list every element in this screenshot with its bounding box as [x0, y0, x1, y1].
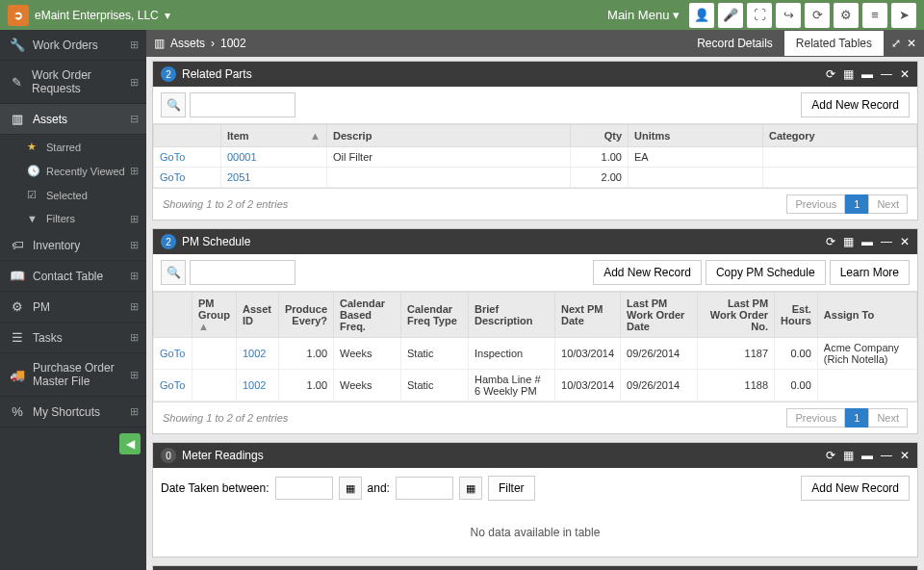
next-button[interactable]: Next [868, 408, 908, 428]
send-icon[interactable]: ➤ [891, 3, 916, 28]
sidebar-item-assets[interactable]: ▥Assets⊟ [0, 104, 146, 135]
minimize-icon[interactable]: — [881, 449, 892, 462]
learn-more-button[interactable]: Learn More [830, 260, 910, 285]
table-row[interactable]: GoTo20512.00 [154, 168, 917, 188]
page-1[interactable]: 1 [845, 408, 868, 428]
refresh-icon[interactable]: ⟳ [805, 3, 830, 28]
prev-button[interactable]: Previous [786, 194, 845, 214]
plus-icon[interactable]: ⊞ [130, 239, 139, 251]
col-descrip[interactable]: Descrip [327, 125, 571, 147]
sidebar-item-tasks[interactable]: ☰Tasks⊞ [0, 323, 146, 353]
close-icon[interactable]: ✕ [900, 449, 910, 462]
table-row[interactable]: GoTo10021.00WeeksStaticHamba Line # 6 We… [154, 370, 917, 402]
col-goto[interactable] [154, 125, 221, 147]
col-qty[interactable]: Qty [571, 125, 629, 147]
plus-icon[interactable]: ⊞ [130, 165, 139, 177]
calendar-icon[interactable]: ▦ [339, 477, 362, 500]
date-from-input[interactable] [275, 477, 333, 500]
minimize-icon[interactable]: — [881, 235, 892, 248]
plus-icon[interactable]: ⊞ [130, 300, 139, 313]
columns-icon[interactable]: ▦ [843, 235, 854, 248]
chevron-down-icon[interactable]: ▾ [165, 9, 170, 22]
plus-icon[interactable]: ⊞ [130, 270, 139, 282]
user-icon[interactable]: 👤 [689, 3, 714, 28]
add-record-button[interactable]: Add New Record [801, 92, 910, 117]
columns-icon[interactable]: ▦ [843, 67, 854, 81]
next-button[interactable]: Next [868, 194, 908, 214]
org-name[interactable]: eMaint Enterprises, LLC [35, 9, 159, 22]
window-icon[interactable]: ▬ [861, 67, 873, 81]
logo[interactable]: ➲ [8, 5, 29, 26]
col-assetid[interactable]: Asset ID [237, 293, 279, 338]
date-to-input[interactable] [396, 477, 453, 500]
sidebar-item-inventory[interactable]: 🏷Inventory⊞ [0, 230, 146, 261]
close-icon[interactable]: ✕ [900, 67, 910, 81]
plus-icon[interactable]: ⊞ [130, 331, 139, 344]
prev-button[interactable]: Previous [786, 408, 845, 428]
logout-icon[interactable]: ↪ [776, 3, 801, 28]
plus-icon[interactable]: ⊞ [130, 39, 139, 51]
col-nextpm[interactable]: Next PM Date [555, 293, 621, 338]
columns-icon[interactable]: ▦ [843, 449, 854, 462]
col-lastpmdate[interactable]: Last PM Work Order Date [621, 293, 698, 338]
sidebar-sub-starred[interactable]: ★Starred [0, 135, 146, 159]
close-icon[interactable]: ✕ [907, 37, 916, 50]
col-calfreq[interactable]: Calendar Based Freq. [334, 293, 401, 338]
search-icon[interactable]: 🔍 [161, 92, 186, 117]
filter-button[interactable]: Filter [488, 476, 535, 501]
search-input[interactable] [190, 92, 295, 117]
sidebar-sub-selected[interactable]: ☑Selected [0, 183, 146, 207]
expand-icon[interactable]: ⛶ [747, 3, 772, 28]
col-assign[interactable]: Assign To [817, 293, 916, 338]
col-unitms[interactable]: Unitms [629, 125, 763, 147]
sidebar-item-workorders[interactable]: 🔧Work Orders⊞ [0, 30, 146, 61]
tab-record-details[interactable]: Record Details [685, 31, 784, 56]
col-pmgroup[interactable]: PM Group ▲ [192, 293, 237, 338]
crumb-root[interactable]: Assets [170, 37, 205, 50]
window-icon[interactable]: ▬ [861, 449, 873, 462]
refresh-icon[interactable]: ⟳ [826, 67, 835, 81]
minimize-icon[interactable]: — [881, 67, 892, 81]
main-menu[interactable]: Main Menu ▾ [607, 8, 680, 22]
sidebar-sub-recentlyviewed[interactable]: 🕓Recently Viewed⊞ [0, 159, 146, 183]
col-esthours[interactable]: Est. Hours [775, 293, 818, 338]
col-every[interactable]: Produce Every? [279, 293, 334, 338]
close-icon[interactable]: ✕ [900, 235, 910, 248]
col-goto[interactable] [154, 293, 192, 338]
filter-row: Date Taken between: ▦ and: ▦ Filter Add … [153, 468, 917, 508]
refresh-icon[interactable]: ⟳ [826, 235, 835, 248]
list-icon[interactable]: ≡ [862, 3, 887, 28]
plus-icon[interactable]: ⊞ [130, 369, 139, 381]
minus-icon[interactable]: ⊟ [130, 113, 139, 125]
search-input[interactable] [190, 260, 295, 285]
sidebar-item-contacttable[interactable]: 📖Contact Table⊞ [0, 261, 146, 292]
gear-icon[interactable]: ⚙ [834, 3, 859, 28]
window-icon[interactable]: ▬ [861, 235, 873, 248]
collapse-sidebar-button[interactable]: ◀ [119, 433, 141, 454]
sidebar-item-shortcuts[interactable]: %My Shortcuts⊞ [0, 397, 146, 428]
sidebar-item-workorderrequests[interactable]: ✎Work Order Requests⊞ [0, 61, 146, 104]
table-row[interactable]: GoTo00001Oil Filter1.00EA [154, 147, 917, 168]
sidebar-item-pm[interactable]: ⚙PM⊞ [0, 292, 146, 323]
table-row[interactable]: GoTo10021.00WeeksStaticInspection10/03/2… [154, 338, 917, 370]
copy-pm-button[interactable]: Copy PM Schedule [706, 260, 826, 285]
add-record-button[interactable]: Add New Record [593, 260, 702, 285]
search-icon[interactable]: 🔍 [161, 260, 186, 285]
col-lastpmno[interactable]: Last PM Work Order No. [698, 293, 775, 338]
sidebar-sub-filters[interactable]: ▼Filters⊞ [0, 207, 146, 230]
refresh-icon[interactable]: ⟳ [826, 449, 835, 462]
sidebar-item-pofile[interactable]: 🚚Purchase Order Master File⊞ [0, 353, 146, 397]
col-category[interactable]: Category [763, 125, 917, 147]
col-brief[interactable]: Brief Description [469, 293, 555, 338]
col-caltype[interactable]: Calendar Freq Type [401, 293, 469, 338]
tab-related-tables[interactable]: Related Tables [784, 31, 884, 56]
plus-icon[interactable]: ⊞ [130, 405, 139, 418]
calendar-icon[interactable]: ▦ [459, 477, 482, 500]
col-item[interactable]: Item ▲ [221, 125, 327, 147]
mic-icon[interactable]: 🎤 [718, 3, 743, 28]
expand-icon[interactable]: ⤢ [891, 37, 901, 50]
plus-icon[interactable]: ⊞ [130, 213, 139, 225]
page-1[interactable]: 1 [845, 194, 868, 214]
add-record-button[interactable]: Add New Record [801, 476, 910, 501]
plus-icon[interactable]: ⊞ [130, 76, 139, 89]
